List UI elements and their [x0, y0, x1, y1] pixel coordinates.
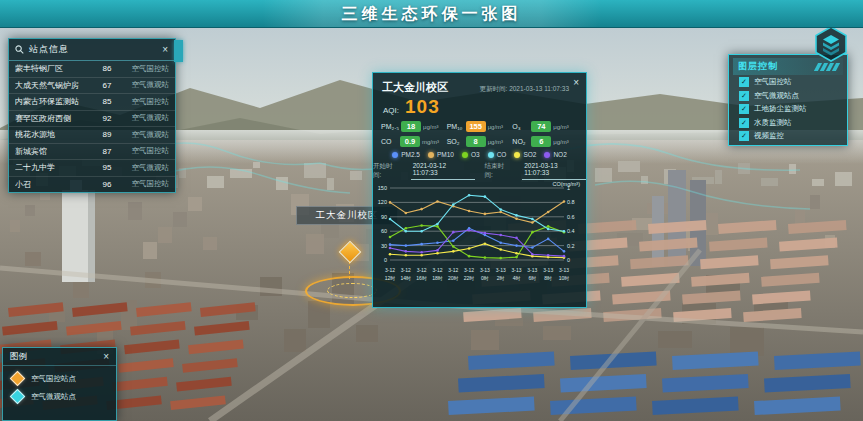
pollutant-label: PM₂.₅ [381, 123, 399, 130]
aqi-row: AQI: 103 [373, 95, 586, 118]
layer-checkbox[interactable]: ✓ [739, 91, 749, 101]
station-panel-collapse-handle[interactable] [174, 40, 183, 62]
time-range-row: 开始时间: 2021-03-12 11:07:33 结束时间: 2021-03-… [373, 158, 586, 180]
pollutant-cell: PM₁₀155μg/m³ [447, 121, 513, 132]
svg-text:20时: 20时 [448, 275, 459, 281]
popup-update-time: 更新时间: 2021-03-13 11:07:33 [454, 85, 577, 94]
top-banner: 三维生态环保一张图 [0, 0, 863, 28]
station-name: 桃花水源地 [15, 129, 97, 140]
layers-hexagon-icon[interactable] [814, 26, 848, 62]
station-row[interactable]: 新城宾馆87空气国控站 [9, 144, 175, 161]
stripe-decoration [816, 63, 838, 71]
popup-station-name: 工大金川校区 [382, 80, 448, 95]
station-type: 空气国控站 [117, 146, 169, 156]
chart-legend: PM2.5PM10O3COSO2NO2 [373, 147, 586, 158]
svg-text:60: 60 [381, 228, 387, 234]
station-type: 空气微观站 [117, 163, 169, 173]
svg-text:0.4: 0.4 [567, 228, 575, 234]
svg-text:6时: 6时 [528, 275, 536, 281]
layer-label: 空气国控站 [754, 77, 792, 87]
pollutant-cell: O₃74μg/m³ [512, 121, 578, 132]
legend-item: 空气国控站点 [3, 366, 116, 384]
station-name: 内蒙古环保监测站 [15, 96, 97, 107]
pollutant-value-badge: 74 [531, 121, 551, 132]
pollutant-cell: CO0.9mg/m³ [381, 136, 447, 147]
station-row[interactable]: 桃花水源地89空气微观站 [9, 127, 175, 144]
svg-text:3-13: 3-13 [559, 267, 569, 273]
legend-item-label: 空气国控站点 [31, 374, 76, 384]
close-icon[interactable]: × [103, 352, 109, 362]
chart-legend-item[interactable]: O3 [462, 151, 480, 158]
layer-item[interactable]: ✓水质监测站 [739, 117, 847, 130]
layer-item[interactable]: ✓空气微观站点 [739, 90, 847, 103]
station-aqi-value: 87 [97, 147, 117, 156]
layer-item[interactable]: ✓视频监控 [739, 130, 847, 143]
station-row[interactable]: 内蒙古环保监测站85空气国控站 [9, 94, 175, 111]
pollutant-unit: μg/m³ [488, 124, 503, 130]
station-row[interactable]: 二十九中学95空气微观站 [9, 160, 175, 177]
station-row[interactable]: 蒙丰特钢厂区86空气国控站 [9, 61, 175, 78]
station-aqi-value: 86 [97, 64, 117, 73]
legend-item-label: 空气微观站点 [31, 392, 76, 402]
pollutant-value-badge: 155 [466, 121, 486, 132]
svg-text:3-12: 3-12 [432, 267, 442, 273]
svg-text:30: 30 [381, 243, 387, 249]
station-aqi-value: 95 [97, 163, 117, 172]
legend-label: SO2 [523, 151, 536, 158]
layer-item[interactable]: ✓空气国控站 [739, 76, 847, 89]
station-aqi-value: 92 [97, 114, 117, 123]
station-aqi-value: 96 [97, 180, 117, 189]
legend-panel-header: 图例 × [3, 348, 116, 366]
chart-legend-item[interactable]: CO [488, 151, 507, 158]
station-type: 空气微观站 [117, 130, 169, 140]
legend-label: O3 [471, 151, 480, 158]
legend-dot [488, 152, 494, 158]
pollutant-unit: μg/m³ [553, 124, 568, 130]
svg-text:0.6: 0.6 [567, 214, 575, 220]
end-time-value[interactable]: 2021-03-13 11:07:33 [522, 162, 586, 180]
legend-label: NO2 [553, 151, 566, 158]
layer-checkbox[interactable]: ✓ [739, 104, 749, 114]
station-row[interactable]: 大成天然气锅炉房67空气微观站 [9, 78, 175, 95]
svg-text:12时: 12时 [385, 275, 396, 281]
pollutant-unit: mg/m³ [422, 139, 439, 145]
station-type: 空气国控站 [117, 97, 169, 107]
layer-control-panel: 图层控制 ✓空气国控站✓空气微观站点✓工地扬尘监测站✓水质监测站✓视频监控 [728, 54, 848, 146]
svg-text:3-12: 3-12 [448, 267, 458, 273]
chart-legend-item[interactable]: NO2 [544, 151, 566, 158]
station-aqi-value: 89 [97, 130, 117, 139]
pollutant-cell: PM₂.₅18μg/m³ [381, 121, 447, 132]
chart-legend-item[interactable]: SO2 [514, 151, 536, 158]
station-row[interactable]: 小召96空气国控站 [9, 177, 175, 193]
start-time-value[interactable]: 2021-03-12 11:07:33 [411, 162, 475, 180]
pollutant-label: CO [381, 138, 398, 145]
layer-checkbox[interactable]: ✓ [739, 118, 749, 128]
svg-text:0时: 0时 [481, 275, 489, 281]
chart-legend-item[interactable]: PM2.5 [392, 151, 420, 158]
legend-dot [544, 152, 550, 158]
layer-checkbox[interactable]: ✓ [739, 77, 749, 87]
svg-text:CO(mg/m³): CO(mg/m³) [553, 181, 581, 187]
layer-label: 空气微观站点 [754, 91, 799, 101]
aqi-value: 103 [405, 96, 440, 118]
end-time-label: 结束时间: [485, 162, 513, 180]
svg-text:150: 150 [378, 185, 387, 191]
close-icon[interactable]: × [573, 78, 579, 88]
station-name: 大成天然气锅炉房 [15, 80, 97, 91]
legend-label: CO [497, 151, 507, 158]
station-aqi-value: 67 [97, 81, 117, 90]
svg-text:3-12: 3-12 [417, 267, 427, 273]
legend-dot [428, 152, 434, 158]
layer-checkbox[interactable]: ✓ [739, 131, 749, 141]
layer-item[interactable]: ✓工地扬尘监测站 [739, 103, 847, 116]
close-icon[interactable]: × [162, 45, 169, 55]
svg-text:0: 0 [384, 257, 387, 263]
chart-legend-item[interactable]: PM10 [428, 151, 454, 158]
update-time-value: 2021-03-13 11:07:33 [509, 85, 569, 92]
station-type: 空气国控站 [117, 179, 169, 189]
svg-text:90: 90 [381, 214, 387, 220]
svg-text:0: 0 [567, 257, 570, 263]
svg-text:18时: 18时 [432, 275, 443, 281]
station-name: 二十九中学 [15, 162, 97, 173]
station-row[interactable]: 赛罕区政府西侧92空气微观站 [9, 111, 175, 128]
